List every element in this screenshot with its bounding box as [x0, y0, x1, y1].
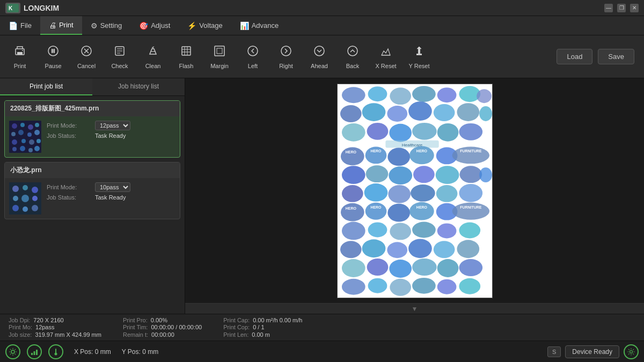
status-time-row: Print Tim: 00:00:00 / 00:00:00 [123, 324, 202, 330]
y-position-label: Y Pos: 0 mm [122, 348, 158, 356]
margin-button[interactable]: Margin [204, 38, 235, 76]
svg-rect-135 [31, 353, 33, 355]
job1-thumbnail [9, 121, 41, 153]
check-button[interactable]: Check [104, 38, 135, 76]
menu-adjust[interactable]: 🎯 Adjust [130, 16, 179, 35]
svg-point-97 [411, 184, 435, 202]
preview-area: Healthcare HERO HERO HERO FURNITURE [185, 78, 644, 314]
cancel-icon [80, 45, 93, 61]
svg-point-47 [32, 187, 38, 193]
job-card-2[interactable]: 小恐龙.prn [4, 162, 180, 219]
svg-point-112 [390, 223, 411, 240]
svg-point-4 [22, 50, 23, 51]
menu-setting[interactable]: ⚙ Setting [82, 16, 130, 35]
menu-file-label: File [20, 21, 32, 29]
flash-button-label: Flash [179, 63, 194, 69]
menu-advance[interactable]: 📊 Advance [231, 16, 288, 35]
job2-thumbnail [9, 182, 41, 215]
back-button[interactable]: Back [337, 38, 368, 76]
app-name: LONGKIM [24, 4, 59, 12]
tab-print-job-list[interactable]: Print job list [0, 78, 92, 95]
check-button-label: Check [111, 63, 128, 69]
print-button[interactable]: Print [4, 38, 35, 76]
job1-details: Print Mode: 12pass 8pass 10pass Job Stat… [47, 121, 175, 153]
restore-button[interactable]: ❐ [617, 4, 626, 12]
svg-point-131 [412, 277, 436, 293]
svg-point-117 [362, 239, 385, 257]
svg-point-46 [23, 185, 28, 190]
yreset-button[interactable]: Y Reset [404, 38, 435, 76]
right-button[interactable]: Right [270, 38, 302, 76]
job2-status-value: Task Ready [95, 194, 126, 201]
svg-point-70 [367, 122, 388, 139]
status-dpi-row: Job Dpi: 720 X 2160 [9, 317, 101, 323]
menu-voltage[interactable]: ⚡ Voltage [179, 16, 231, 35]
save-button[interactable]: Save [598, 49, 634, 64]
cancel-button[interactable]: Cancel [71, 38, 102, 76]
job2-details: Print Mode: 10pass 8pass 12pass Job Stat… [47, 182, 175, 215]
svg-point-116 [340, 241, 361, 258]
job2-mode-label: Print Mode: [47, 184, 95, 190]
job1-body: Print Mode: 12pass 8pass 10pass Job Stat… [5, 116, 180, 157]
back-icon [346, 45, 359, 61]
svg-point-66 [433, 104, 455, 121]
clean-button[interactable]: Clean [137, 38, 169, 76]
svg-point-113 [412, 221, 436, 238]
job1-mode-select[interactable]: 12pass 8pass 10pass [95, 121, 130, 130]
svg-point-36 [12, 139, 17, 145]
scroll-indicator[interactable]: ▼ [185, 303, 644, 314]
svg-point-33 [18, 130, 24, 135]
pause-button[interactable]: Pause [38, 38, 69, 76]
status-progress-row: Print Pro: 0.00% [123, 317, 202, 323]
ahead-icon [313, 45, 326, 61]
cap-value: 0.00 m²/h 0.00 m/h [253, 317, 302, 323]
left-button[interactable]: Left [237, 38, 268, 76]
load-button[interactable]: Load [557, 49, 592, 64]
job2-mode-select[interactable]: 10pass 8pass 12pass [95, 182, 130, 192]
svg-point-69 [341, 123, 365, 141]
svg-point-132 [437, 279, 456, 294]
menu-file[interactable]: 📄 File [0, 16, 40, 35]
svg-point-81 [387, 147, 410, 166]
svg-point-133 [459, 278, 480, 294]
status-size-row: Job size: 319.97 mm X 424.99 mm [9, 331, 101, 338]
back-button-label: Back [346, 63, 359, 69]
network-button[interactable] [27, 344, 42, 359]
minimize-button[interactable]: — [604, 4, 613, 12]
svg-rect-3 [17, 52, 23, 55]
settings-circle-button-1[interactable] [5, 344, 20, 359]
pause-icon [47, 45, 60, 61]
close-button[interactable]: ✕ [630, 4, 639, 12]
svg-rect-21 [217, 48, 222, 54]
time-label: Print Tim: [123, 324, 148, 330]
svg-text:HERO: HERO [370, 149, 382, 153]
svg-point-104 [387, 203, 410, 221]
device-ready-area: S Device Ready [547, 344, 639, 359]
toolbar: Print Pause Cancel Check [0, 35, 644, 78]
cop-value: 0 / 1 [253, 324, 264, 330]
svg-point-94 [341, 185, 363, 202]
svg-text:HERO: HERO [345, 150, 356, 154]
setting-menu-icon: ⚙ [91, 21, 98, 30]
svg-point-56 [368, 86, 387, 101]
xreset-button[interactable]: X Reset [370, 38, 401, 76]
menu-print[interactable]: 🖨 Print [40, 16, 82, 35]
toolbar-right: Load Save [557, 49, 640, 64]
svg-text:FURNITURE: FURNITURE [460, 205, 481, 209]
svg-point-32 [11, 132, 16, 136]
ahead-button[interactable]: Ahead [304, 38, 335, 76]
temperature-button[interactable] [48, 344, 63, 359]
svg-point-126 [437, 259, 458, 277]
svg-point-71 [389, 123, 412, 142]
app-logo: K LONGKIM [5, 3, 59, 13]
status-mode-row: Print Mo: 12pass [9, 324, 101, 330]
svg-point-115 [459, 222, 480, 238]
svg-text:HERO: HERO [416, 205, 427, 209]
settings-gear-button[interactable] [624, 344, 639, 359]
flash-button[interactable]: Flash [171, 38, 202, 76]
tab-job-history[interactable]: Job history list [92, 78, 185, 95]
ahead-button-label: Ahead [311, 63, 328, 69]
len-label: Print Len: [223, 331, 248, 338]
print-icon [13, 45, 26, 61]
job-card-1[interactable]: 220825_排版新图_425mm.prn [4, 100, 180, 158]
